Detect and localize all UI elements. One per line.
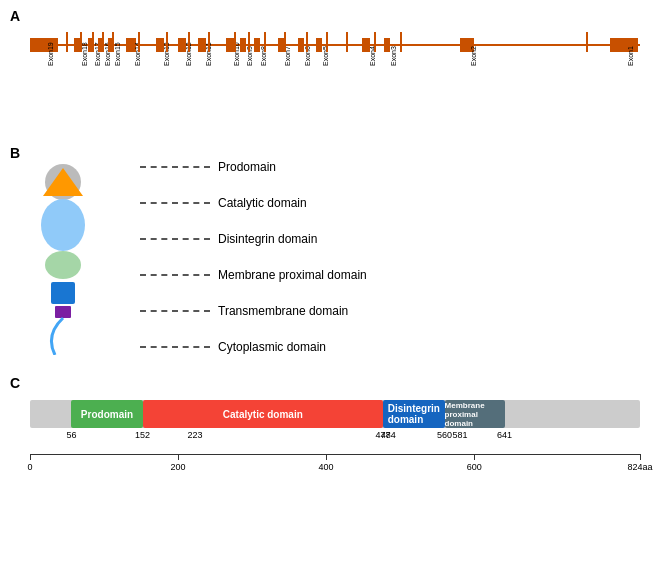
- intron-intron14: [138, 32, 140, 52]
- domain-num-560: 560: [437, 430, 452, 440]
- dash-line-3: [140, 274, 210, 276]
- panel-b-label: B: [10, 145, 20, 161]
- intron-intron2: [400, 32, 402, 52]
- legend-label-3: Membrane proximal domain: [218, 268, 367, 282]
- axis-label-600: 600: [467, 462, 482, 472]
- panel-a: A Exon19Exon18Exon17Exon16Exon15Exon14Ex…: [10, 8, 650, 138]
- intron-intron5: [326, 32, 328, 52]
- domain-segment-disintegrin-domain: Disintegrindomain: [383, 400, 444, 428]
- dash-line-1: [140, 202, 210, 204]
- exon-label-exon2: Exon2: [470, 46, 477, 66]
- legend-label-0: Prodomain: [218, 160, 276, 174]
- intron-intron15_1: [102, 32, 104, 52]
- domain-num-56: 56: [66, 430, 76, 440]
- legend-label-1: Catalytic domain: [218, 196, 307, 210]
- gene-track: Exon19Exon18Exon17Exon16Exon15Exon14Exon…: [30, 38, 640, 52]
- exon-label-exon1: Exon1: [627, 46, 634, 66]
- legend-item-4: Transmembrane domain: [140, 304, 367, 318]
- legend-list: ProdomainCatalytic domainDisintegrin dom…: [140, 160, 367, 376]
- axis-label-400: 400: [319, 462, 334, 472]
- axis-label-200: 200: [171, 462, 186, 472]
- axis-line: [30, 454, 640, 455]
- intron-intron10: [234, 32, 236, 52]
- legend-item-2: Disintegrin domain: [140, 232, 367, 246]
- gene-line: [30, 44, 640, 46]
- intron-intron3: [374, 32, 376, 52]
- legend-label-4: Transmembrane domain: [218, 304, 348, 318]
- domain-segment-membrane-proximal-domain: Membraneproximal domain: [445, 400, 505, 428]
- intron-intron8: [264, 32, 266, 52]
- axis-tick-824: [640, 454, 641, 460]
- domain-bar-container: ProdomainCatalytic domainDisintegrindoma…: [30, 400, 640, 484]
- domain-segment-prodomain: Prodomain: [71, 400, 142, 428]
- domain-number-row: 56152223477484560581641: [30, 430, 640, 450]
- domain-num-641: 641: [497, 430, 512, 440]
- exon-label-exon15: Exon15: [114, 42, 121, 66]
- dash-line-2: [140, 238, 210, 240]
- intron-intron1: [586, 32, 588, 52]
- panel-b: B ProdomainCatalytic domainDisintegrin d…: [10, 145, 650, 365]
- axis-container: 0200400600824aa: [30, 454, 640, 484]
- exon-label-exon18: Exon18: [81, 42, 88, 66]
- domain-num-581: 581: [453, 430, 468, 440]
- dash-line-5: [140, 346, 210, 348]
- axis-label-824: 824aa: [627, 462, 652, 472]
- legend-item-1: Catalytic domain: [140, 196, 367, 210]
- domain-num-484: 484: [381, 430, 396, 440]
- svg-point-3: [45, 251, 81, 279]
- intron-intron9: [248, 32, 250, 52]
- intron-intron17: [80, 32, 82, 52]
- svg-point-2: [41, 199, 85, 251]
- domain-bar-track: ProdomainCatalytic domainDisintegrindoma…: [30, 400, 640, 428]
- legend-item-3: Membrane proximal domain: [140, 268, 367, 282]
- legend-label-2: Disintegrin domain: [218, 232, 317, 246]
- intron-intron13: [166, 32, 168, 52]
- dash-line-0: [140, 166, 210, 168]
- exon-label-exon3: Exon3: [390, 46, 397, 66]
- domain-illustration: [25, 160, 130, 355]
- intron-intron15: [112, 32, 114, 52]
- intron-intron16: [92, 32, 94, 52]
- intron-intron11: [208, 32, 210, 52]
- domain-segment-catalytic-domain: Catalytic domain: [143, 400, 384, 428]
- panel-a-label: A: [10, 8, 20, 24]
- panel-c-label: C: [10, 375, 20, 391]
- legend-label-5: Cytoplasmic domain: [218, 340, 326, 354]
- axis-label-0: 0: [27, 462, 32, 472]
- legend-item-0: Prodomain: [140, 160, 367, 174]
- exon-label-exon19: Exon19: [47, 42, 54, 66]
- domain-num-152: 152: [135, 430, 150, 440]
- intron-intron7: [284, 32, 286, 52]
- intron-intron4: [346, 32, 348, 52]
- panel-c: C ProdomainCatalytic domainDisintegrindo…: [10, 375, 650, 555]
- dash-line-4: [140, 310, 210, 312]
- intron-intron18: [66, 32, 68, 52]
- svg-rect-4: [51, 282, 75, 304]
- intron-intron12: [188, 32, 190, 52]
- legend-item-5: Cytoplasmic domain: [140, 340, 367, 354]
- intron-intron6: [306, 32, 308, 52]
- domain-num-223: 223: [188, 430, 203, 440]
- svg-rect-5: [55, 306, 71, 318]
